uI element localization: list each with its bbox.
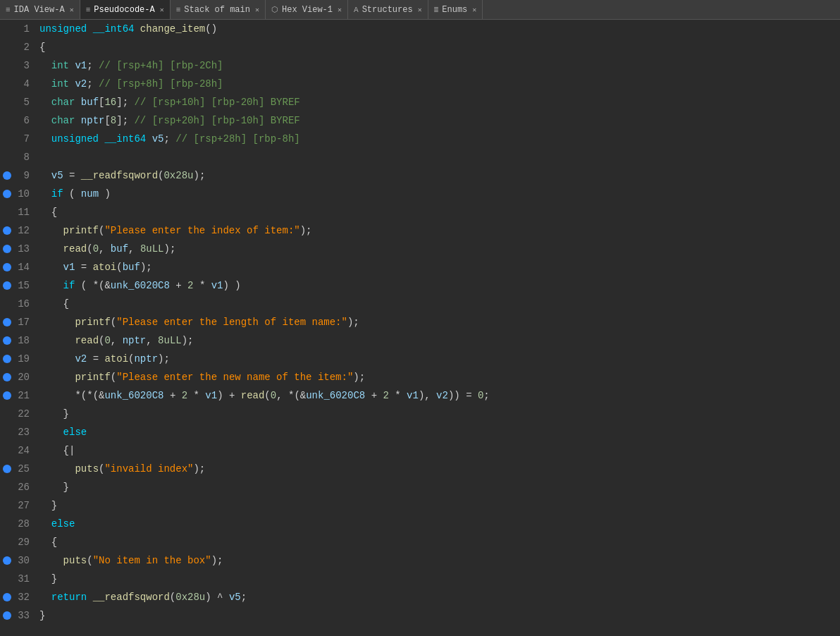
linenum-21: 21 — [14, 386, 37, 405]
tab-close-hex[interactable]: ✕ — [338, 6, 342, 14]
bp-13[interactable] — [0, 245, 14, 253]
linenum-11: 11 — [14, 203, 37, 221]
linecontent-23: else — [37, 423, 840, 441]
tab-structures[interactable]: A Structures ✕ — [348, 0, 428, 19]
linecontent-10: if ( num ) — [37, 185, 840, 203]
linecontent-21: *(*(&unk_6020C8 + 2 * v1) + read(0, *(&u… — [37, 386, 840, 405]
linecontent-9: v5 = __readfsqword(0x28u); — [37, 166, 840, 185]
linecontent-26: } — [37, 478, 840, 496]
linenum-26: 26 — [14, 478, 37, 496]
linecontent-3: int v1; // [rsp+4h] [rbp-2Ch] — [37, 56, 840, 75]
linenum-19: 19 — [14, 350, 37, 368]
linecontent-18: read(0, nptr, 8uLL); — [37, 331, 840, 350]
linenum-6: 6 — [14, 111, 37, 130]
bp-9[interactable] — [0, 171, 14, 180]
bp-25[interactable] — [0, 465, 14, 473]
code-line-17: 17 printf("Please enter the length of it… — [0, 313, 840, 331]
linecontent-16: { — [37, 295, 840, 313]
bp-17[interactable] — [0, 318, 14, 326]
linecontent-5: char buf[16]; // [rsp+10h] [rbp-20h] BYR… — [37, 93, 840, 111]
code-line-19: 19 v2 = atoi(nptr); — [0, 350, 840, 368]
code-line-21: 21 *(*(&unk_6020C8 + 2 * v1) + read(0, *… — [0, 386, 840, 405]
bp-32[interactable] — [0, 593, 14, 601]
linenum-1: 1 — [14, 20, 37, 38]
bp-10[interactable] — [0, 190, 14, 198]
linecontent-4: int v2; // [rsp+8h] [rbp-28h] — [37, 75, 840, 93]
linenum-13: 13 — [14, 240, 37, 258]
code-line-16: 16 { — [0, 295, 840, 313]
tab-enums[interactable]: ≣ Enums ✕ — [428, 0, 483, 19]
bp-20[interactable] — [0, 373, 14, 381]
tab-icon-ida: ≡ — [6, 6, 11, 14]
tab-icon-struct: A — [354, 6, 359, 14]
bp-19[interactable] — [0, 355, 14, 363]
code-line-1: 1 unsigned __int64 change_item() — [0, 20, 840, 38]
linenum-29: 29 — [14, 533, 37, 551]
linecontent-20: printf("Please enter the new name of the… — [37, 368, 840, 386]
linecontent-14: v1 = atoi(buf); — [37, 258, 840, 276]
code-line-32: 32 return __readfsqword(0x28u) ^ v5; — [0, 588, 840, 606]
linenum-7: 7 — [14, 130, 37, 148]
code-line-23: 23 else — [0, 423, 840, 441]
code-line-33: 33 } — [0, 606, 840, 625]
linenum-2: 2 — [14, 38, 37, 56]
linenum-20: 20 — [14, 368, 37, 386]
code-line-22: 22 } — [0, 405, 840, 423]
code-line-26: 26 } — [0, 478, 840, 496]
linenum-22: 22 — [14, 405, 37, 423]
linecontent-19: v2 = atoi(nptr); — [37, 350, 840, 368]
linenum-24: 24 — [14, 441, 37, 460]
bp-14[interactable] — [0, 263, 14, 271]
code-line-8: 8 — [0, 148, 840, 166]
bp-30[interactable] — [0, 556, 14, 565]
linecontent-6: char nptr[8]; // [rsp+20h] [rbp-10h] BYR… — [37, 111, 840, 130]
code-line-4: 4 int v2; // [rsp+8h] [rbp-28h] — [0, 75, 840, 93]
bp-18[interactable] — [0, 336, 14, 345]
linenum-4: 4 — [14, 75, 37, 93]
linecontent-7: unsigned __int64 v5; // [rsp+28h] [rbp-8… — [37, 130, 840, 148]
code-line-30: 30 puts("No item in the box"); — [0, 551, 840, 570]
linecontent-11: { — [37, 203, 840, 221]
tab-label-pseudo: Pseudocode-A — [94, 5, 154, 15]
linenum-12: 12 — [14, 221, 37, 240]
linecontent-25: puts("invaild index"); — [37, 460, 840, 478]
linenum-30: 30 — [14, 551, 37, 570]
bp-33[interactable] — [0, 611, 14, 620]
linecontent-12: printf("Please enter the index of item:"… — [37, 221, 840, 240]
bp-21[interactable] — [0, 391, 14, 400]
tab-icon-hex: ⬡ — [271, 5, 278, 14]
linenum-16: 16 — [14, 295, 37, 313]
code-line-15: 15 if ( *(&unk_6020C8 + 2 * v1) ) — [0, 276, 840, 295]
tab-hex-view-1[interactable]: ⬡ Hex View-1 ✕ — [266, 0, 348, 19]
code-line-13: 13 read(0, buf, 8uLL); — [0, 240, 840, 258]
tab-close-stack[interactable]: ✕ — [255, 6, 259, 14]
code-line-24: 24 { — [0, 441, 840, 460]
tab-close-pseudo[interactable]: ✕ — [160, 6, 164, 14]
code-line-10: 10 if ( num ) — [0, 185, 840, 203]
code-editor[interactable]: 1 unsigned __int64 change_item() 2 { 3 i… — [0, 20, 840, 636]
tab-close-ida[interactable]: ✕ — [70, 6, 74, 14]
tab-stack-of-main[interactable]: ≡ Stack of main ✕ — [171, 0, 266, 19]
linecontent-28: else — [37, 515, 840, 533]
linecontent-33: } — [37, 606, 840, 625]
linecontent-32: return __readfsqword(0x28u) ^ v5; — [37, 588, 840, 606]
linenum-18: 18 — [14, 331, 37, 350]
code-line-9: 9 v5 = __readfsqword(0x28u); — [0, 166, 840, 185]
linenum-31: 31 — [14, 570, 37, 588]
linecontent-17: printf("Please enter the length of item … — [37, 313, 840, 331]
code-line-3: 3 int v1; // [rsp+4h] [rbp-2Ch] — [0, 56, 840, 75]
linenum-23: 23 — [14, 423, 37, 441]
linenum-15: 15 — [14, 276, 37, 295]
tab-ida-view-a[interactable]: ≡ IDA View-A ✕ — [0, 0, 80, 19]
code-line-6: 6 char nptr[8]; // [rsp+20h] [rbp-10h] B… — [0, 111, 840, 130]
bp-15[interactable] — [0, 281, 14, 290]
tab-close-struct[interactable]: ✕ — [418, 6, 422, 14]
tab-pseudocode-a[interactable]: ≡ Pseudocode-A ✕ — [80, 0, 171, 19]
linenum-10: 10 — [14, 185, 37, 203]
linecontent-2: { — [37, 38, 840, 56]
linenum-3: 3 — [14, 56, 37, 75]
tab-close-enums[interactable]: ✕ — [472, 6, 476, 14]
linecontent-27: } — [37, 496, 840, 515]
bp-12[interactable] — [0, 226, 14, 235]
linecontent-1: unsigned __int64 change_item() — [37, 20, 840, 38]
